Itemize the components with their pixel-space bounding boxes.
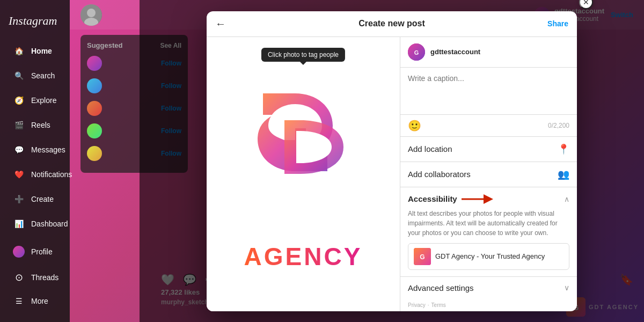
sidebar-label-dashboard: Dashboard [31, 219, 68, 228]
svg-text:G: G [414, 49, 419, 55]
messages-icon: 💬 [13, 144, 25, 156]
sidebar-label-more: More [31, 297, 48, 305]
sidebar-item-create[interactable]: ➕ Create [4, 188, 65, 210]
sidebar-label-profile: Profile [31, 247, 53, 256]
privacy-links: Privacy · Terms [400, 299, 577, 311]
advanced-chevron: ∨ [564, 283, 569, 292]
suggestion-avatar-4 [87, 123, 102, 138]
sidebar-item-home[interactable]: 🏠 Home [4, 40, 65, 62]
sidebar-item-more[interactable]: ☰ More [4, 290, 65, 312]
sidebar-label-home: Home [31, 47, 52, 55]
terms-link[interactable]: Terms [431, 302, 446, 308]
threads-icon: ⊙ [13, 272, 25, 283]
modal-account-header: G gdttestaccount [400, 37, 577, 68]
advanced-settings-row[interactable]: Advanced settings ∨ [400, 277, 577, 299]
modal-overlay: ✕ ← Create new post Share Click photo to… [140, 0, 644, 322]
sidebar-label-search: Search [31, 71, 55, 80]
explore-icon: 🧭 [13, 94, 25, 106]
sidebar-item-explore[interactable]: 🧭 Explore [4, 89, 65, 112]
modal-account-avatar: G [408, 43, 425, 61]
svg-text:AGENCY: AGENCY [244, 243, 363, 270]
caption-textarea[interactable] [408, 74, 569, 106]
search-icon: 🔍 [13, 70, 25, 82]
sidebar: Instagram 🏠 Home 🔍 Search 🧭 Explore 🎬 Re… [0, 0, 70, 322]
create-post-modal: ← Create new post Share Click photo to t… [207, 11, 577, 311]
topbar-avatar[interactable] [80, 4, 102, 26]
red-arrow-icon [462, 194, 494, 204]
sidebar-item-reels[interactable]: 🎬 Reels [4, 114, 65, 136]
agency-image: AGENCY [207, 37, 400, 311]
suggestion-avatar-2 [87, 78, 102, 93]
sidebar-label-messages: Messages [31, 145, 65, 154]
modal-body: Click photo to tag people [207, 37, 577, 311]
suggestion-avatar-1 [87, 56, 102, 71]
tag-tooltip: Click photo to tag people [261, 48, 345, 62]
accessibility-chevron: ∧ [564, 195, 569, 203]
accessibility-section: Accessibility [400, 187, 577, 277]
collaborators-icon: 👥 [558, 169, 569, 180]
svg-point-1 [87, 9, 96, 17]
suggestion-avatar-5 [87, 146, 102, 161]
dashboard-icon: 📊 [13, 218, 25, 230]
modal-image-area[interactable]: Click photo to tag people [207, 37, 400, 311]
accessibility-title: Accessibility [408, 194, 494, 204]
suggestions-title: Suggested [87, 41, 122, 49]
sidebar-label-create: Create [31, 195, 54, 203]
sidebar-label-explore: Explore [31, 96, 56, 105]
create-icon: ➕ [13, 193, 25, 205]
profile-avatar-icon [13, 246, 25, 258]
sidebar-item-search[interactable]: 🔍 Search [4, 64, 65, 87]
home-icon: 🏠 [13, 45, 25, 57]
sidebar-item-notifications[interactable]: ❤️ Notifications [4, 163, 65, 186]
sidebar-label-threads: Threads [31, 273, 58, 282]
modal-header: ← Create new post Share [207, 11, 577, 37]
app-logo: Instagram [0, 9, 70, 39]
suggestion-avatar-3 [87, 101, 102, 116]
accessibility-header[interactable]: Accessibility [408, 194, 569, 204]
emoji-button[interactable]: 🙂 [408, 119, 421, 132]
sidebar-item-messages[interactable]: 💬 Messages [4, 138, 65, 161]
emoji-counter-row: 🙂 0/2,200 [400, 115, 577, 137]
sidebar-label-reels: Reels [31, 121, 50, 129]
svg-text:G: G [420, 253, 425, 260]
modal-wrapper: ✕ ← Create new post Share Click photo to… [207, 11, 577, 311]
notifications-icon: ❤️ [13, 169, 25, 180]
modal-title: Create new post [358, 19, 425, 28]
modal-share-button[interactable]: Share [547, 19, 568, 28]
sidebar-item-dashboard[interactable]: 📊 Dashboard [4, 213, 65, 235]
accessibility-description: Alt text describes your photos for peopl… [408, 209, 569, 238]
location-icon: 📍 [558, 143, 569, 155]
modal-account-name: gdttestaccount [430, 48, 480, 56]
modal-back-button[interactable]: ← [215, 18, 226, 30]
sidebar-label-notifications: Notifications [31, 170, 72, 179]
privacy-link[interactable]: Privacy [408, 302, 426, 308]
char-count: 0/2,200 [548, 122, 569, 129]
modal-right-panel: G gdttestaccount 🙂 [400, 37, 577, 311]
main-content: G gdttestaccount GDTestaccount Switch Su… [70, 0, 644, 322]
advanced-settings-label: Advanced settings [408, 283, 474, 292]
add-location-label: Add location [408, 144, 452, 153]
modal-close-button[interactable]: ✕ [579, 0, 593, 9]
alt-text-thumbnail: G [414, 248, 431, 265]
reels-icon: 🎬 [13, 119, 25, 131]
sidebar-item-profile[interactable]: Profile [4, 240, 65, 263]
sidebar-item-threads[interactable]: ⊙ Threads [4, 266, 65, 289]
add-location-row[interactable]: Add location 📍 [400, 137, 577, 162]
alt-text-input-row[interactable]: G GDT Agency - Your Trusted Agency [408, 243, 569, 270]
add-collaborators-row[interactable]: Add collaborators 👥 [400, 162, 577, 187]
add-collaborators-label: Add collaborators [408, 170, 471, 179]
caption-area[interactable] [400, 68, 577, 115]
more-icon: ☰ [13, 295, 25, 307]
alt-text-value: GDT Agency - Your Trusted Agency [435, 252, 564, 260]
